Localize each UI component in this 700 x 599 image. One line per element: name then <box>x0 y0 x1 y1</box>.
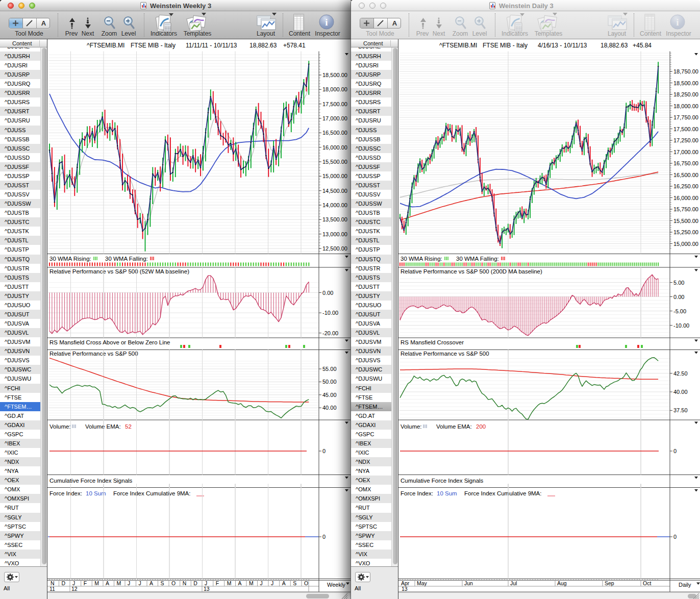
svg-text:18,000.00: 18,000.00 <box>322 86 347 92</box>
svg-text:S: S <box>293 580 296 586</box>
svg-text:18,750.00: 18,750.00 <box>673 68 698 74</box>
svg-text:16,250.00: 16,250.00 <box>673 183 698 189</box>
svg-text:16,750.00: 16,750.00 <box>673 160 698 166</box>
svg-text:F: F <box>216 580 219 586</box>
svg-text:Force Index Cumulative 9MA:: Force Index Cumulative 9MA: <box>464 490 541 496</box>
svg-text:Jul: Jul <box>510 580 517 586</box>
svg-text:-5.00: -5.00 <box>673 308 686 314</box>
svg-text:17,000.00: 17,000.00 <box>673 149 698 155</box>
svg-text:J: J <box>205 580 207 586</box>
svg-text:15,000.00: 15,000.00 <box>673 241 698 247</box>
svg-text:0: 0 <box>322 534 326 540</box>
svg-text:30 WMA Falling:: 30 WMA Falling: <box>105 256 148 262</box>
svg-text:May: May <box>417 580 428 586</box>
svg-text:13,000.00: 13,000.00 <box>322 231 347 237</box>
svg-text:0: 0 <box>673 534 677 540</box>
svg-text:D: D <box>62 580 66 586</box>
svg-text:Volume EMA:: Volume EMA: <box>436 423 472 430</box>
svg-text:18,250.00: 18,250.00 <box>673 91 698 97</box>
svg-text:18,500.00: 18,500.00 <box>673 80 698 86</box>
svg-text:O: O <box>304 580 308 586</box>
svg-text:37.50: 37.50 <box>673 407 688 413</box>
svg-text:RS Mansfield Crossover: RS Mansfield Crossover <box>401 339 464 345</box>
svg-text:J: J <box>139 580 141 586</box>
svg-text:Aug: Aug <box>557 580 567 586</box>
svg-text:17,500.00: 17,500.00 <box>322 101 347 107</box>
svg-text:N: N <box>51 580 55 586</box>
svg-text:Force Index:: Force Index: <box>49 490 82 496</box>
svg-text:30 WMA Falling:: 30 WMA Falling: <box>456 256 499 262</box>
svg-text:M: M <box>249 580 254 586</box>
svg-text:J: J <box>271 580 273 586</box>
svg-text:15,250.00: 15,250.00 <box>673 229 698 235</box>
svg-text:Jun: Jun <box>464 580 473 586</box>
svg-text:A: A <box>106 580 109 586</box>
svg-text:30 WMA Rising:: 30 WMA Rising: <box>49 256 91 262</box>
svg-text:Relative Performance vs S&P 50: Relative Performance vs S&P 500 <box>401 351 489 357</box>
svg-text:Force Index Cumulative 9MA:: Force Index Cumulative 9MA: <box>113 490 190 496</box>
svg-text:15,000.00: 15,000.00 <box>322 173 347 179</box>
svg-text:0: 0 <box>322 448 326 454</box>
svg-text:16,500.00: 16,500.00 <box>322 130 347 136</box>
svg-text:10 Sum: 10 Sum <box>437 490 457 496</box>
svg-text:Force Index:: Force Index: <box>401 490 433 496</box>
svg-text:Relative Performance vs S&P 50: Relative Performance vs S&P 500 (200D MA… <box>401 268 542 274</box>
svg-text:Cumulative Force Index Signals: Cumulative Force Index Signals <box>49 478 133 484</box>
svg-text:13,500.00: 13,500.00 <box>322 216 347 222</box>
svg-text:-10.00: -10.00 <box>322 310 338 316</box>
svg-text:Daily: Daily <box>679 582 691 588</box>
svg-text:O: O <box>171 580 176 586</box>
svg-text:-20.00: -20.00 <box>322 330 338 336</box>
svg-text:N: N <box>183 580 187 586</box>
svg-text:A: A <box>282 580 286 586</box>
svg-text:40.00: 40.00 <box>673 389 688 395</box>
svg-text:18,000.00: 18,000.00 <box>673 103 698 109</box>
svg-text:D: D <box>193 580 197 586</box>
svg-text:Oct: Oct <box>643 580 651 586</box>
svg-text:M: M <box>117 580 121 586</box>
svg-text:40.00: 40.00 <box>322 405 337 411</box>
svg-text:15,500.00: 15,500.00 <box>673 218 698 224</box>
svg-text:-10.00: -10.00 <box>673 322 689 329</box>
svg-text:M: M <box>227 580 232 586</box>
svg-text:Volume:: Volume: <box>49 423 71 430</box>
svg-text:16,500.00: 16,500.00 <box>673 172 698 178</box>
svg-text:Volume:: Volume: <box>401 423 422 430</box>
svg-text:15,750.00: 15,750.00 <box>673 206 698 212</box>
svg-text:Sep: Sep <box>605 580 614 586</box>
svg-text:12,500.00: 12,500.00 <box>322 245 347 252</box>
svg-text:13: 13 <box>204 586 210 592</box>
svg-text:15,500.00: 15,500.00 <box>322 159 347 165</box>
svg-text:Cumulative Force Index Signals: Cumulative Force Index Signals <box>401 478 484 484</box>
svg-text:18,500.00: 18,500.00 <box>322 72 347 78</box>
svg-text:16,000.00: 16,000.00 <box>322 144 347 151</box>
svg-text:0: 0 <box>673 448 677 454</box>
svg-text:S: S <box>161 580 164 586</box>
svg-text:F: F <box>84 580 87 586</box>
svg-text:30 WMA Rising:: 30 WMA Rising: <box>401 256 442 262</box>
svg-text:0.00: 0.00 <box>322 290 333 296</box>
svg-text:50.00: 50.00 <box>322 379 337 385</box>
svg-text:5.00: 5.00 <box>673 280 684 286</box>
svg-text:Volume EMA:: Volume EMA: <box>85 423 121 430</box>
svg-text:J: J <box>260 580 263 586</box>
svg-text:A: A <box>238 580 242 586</box>
svg-text:16,000.00: 16,000.00 <box>673 195 698 201</box>
svg-text:A: A <box>149 580 153 586</box>
svg-text:J: J <box>72 580 75 586</box>
svg-text:i: i <box>676 17 679 28</box>
svg-text:200: 200 <box>476 423 486 430</box>
svg-text:Relative Performance vs S&P 50: Relative Performance vs S&P 500 <box>49 351 138 357</box>
svg-text:10 Sum: 10 Sum <box>86 490 106 496</box>
svg-text:J: J <box>128 580 130 586</box>
svg-text:Weekly: Weekly <box>327 582 345 588</box>
svg-text:12: 12 <box>71 586 78 592</box>
svg-text:17,500.00: 17,500.00 <box>673 126 698 132</box>
svg-text:11: 11 <box>49 586 55 592</box>
svg-text:17,250.00: 17,250.00 <box>673 137 698 143</box>
svg-text:14,000.00: 14,000.00 <box>322 202 347 208</box>
svg-text:RS Mansfield Cross Above or Be: RS Mansfield Cross Above or Below Zero L… <box>49 339 170 345</box>
svg-text:52: 52 <box>125 423 132 430</box>
svg-text:0.00: 0.00 <box>673 294 684 300</box>
svg-text:42.50: 42.50 <box>673 370 688 377</box>
